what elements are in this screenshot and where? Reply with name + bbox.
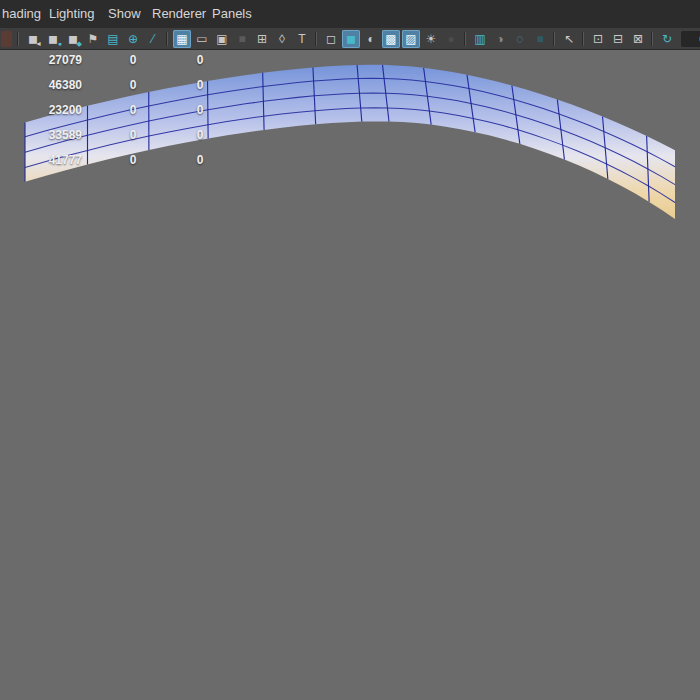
separator-4 bbox=[463, 32, 468, 46]
isolate-select-icon[interactable]: ⊡ bbox=[589, 30, 607, 48]
default-lighting-icon[interactable]: ☀ bbox=[422, 30, 440, 48]
isolate-view-icon[interactable]: ⊟ bbox=[609, 30, 627, 48]
menu-lighting[interactable]: Lighting bbox=[49, 6, 95, 21]
select-camera-icon[interactable]: ◼◄ bbox=[24, 30, 42, 48]
grease-pencil-icon[interactable]: ⁄ bbox=[144, 30, 162, 48]
grid-icon[interactable]: ▦ bbox=[173, 30, 191, 48]
textured-mode-icon[interactable]: ▩ bbox=[382, 30, 400, 48]
separator-7 bbox=[650, 32, 655, 46]
separator-5 bbox=[552, 32, 557, 46]
field-chart-icon[interactable]: ⊞ bbox=[253, 30, 271, 48]
separator-6 bbox=[581, 32, 586, 46]
film-gate-icon[interactable]: ▭ bbox=[193, 30, 211, 48]
menu-show[interactable]: Show bbox=[108, 6, 141, 21]
separator-2 bbox=[165, 32, 170, 46]
motion-blur-icon[interactable]: ◑ bbox=[491, 30, 509, 48]
depth-of-field-icon[interactable]: ■ bbox=[531, 30, 549, 48]
fill-select-icon[interactable]: ⊠ bbox=[629, 30, 647, 48]
select-tool-icon[interactable]: ↖ bbox=[560, 30, 578, 48]
exposure-value-field[interactable]: 0.00 bbox=[681, 31, 700, 47]
pan-zoom-2d-icon[interactable]: ⊕ bbox=[124, 30, 142, 48]
clipped-icon[interactable] bbox=[1, 31, 12, 47]
viewport-3d[interactable]: 27079004638000232000033589004177700 bbox=[0, 50, 700, 700]
image-plane-icon[interactable]: ▤ bbox=[104, 30, 122, 48]
ambient-occlusion-icon[interactable]: ▥ bbox=[471, 30, 489, 48]
shaded-mode-icon[interactable]: ◼ bbox=[342, 30, 360, 48]
camera-attributes-icon[interactable]: ◼◆ bbox=[64, 30, 82, 48]
separator-3 bbox=[314, 32, 319, 46]
wireframe-mode-icon[interactable]: ◻ bbox=[322, 30, 340, 48]
bookmark-icon[interactable]: ⚑ bbox=[84, 30, 102, 48]
resolution-gate-icon[interactable]: ▣ bbox=[213, 30, 231, 48]
wireframe-on-shaded-icon[interactable]: ▨ bbox=[402, 30, 420, 48]
menu-panels[interactable]: Panels bbox=[212, 6, 252, 21]
shaded-textured-mode-icon[interactable]: ◐ bbox=[362, 30, 380, 48]
shadows-icon[interactable]: ● bbox=[442, 30, 460, 48]
menu-shading[interactable]: hading bbox=[2, 6, 41, 21]
menu-renderer[interactable]: Renderer bbox=[152, 6, 206, 21]
anti-aliasing-icon[interactable]: ◌ bbox=[511, 30, 529, 48]
lock-camera-icon[interactable]: ◼● bbox=[44, 30, 62, 48]
safe-title-icon[interactable]: T bbox=[293, 30, 311, 48]
viewport-toolbar: ◼◄◼●◼◆⚑▤⊕⁄▦▭▣■⊞◊T◻◼◐▩▨☀●▥◑◌■↖⊡⊟⊠↻0.00 bbox=[0, 28, 700, 50]
exposure-toggle-icon[interactable]: ↻ bbox=[658, 30, 676, 48]
panel-menu-bar: hading Lighting Show Renderer Panels bbox=[0, 0, 700, 29]
safe-action-icon[interactable]: ◊ bbox=[273, 30, 291, 48]
gate-mask-icon[interactable]: ■ bbox=[233, 30, 251, 48]
separator-1 bbox=[16, 32, 21, 46]
viewport-canvas[interactable] bbox=[0, 50, 700, 700]
